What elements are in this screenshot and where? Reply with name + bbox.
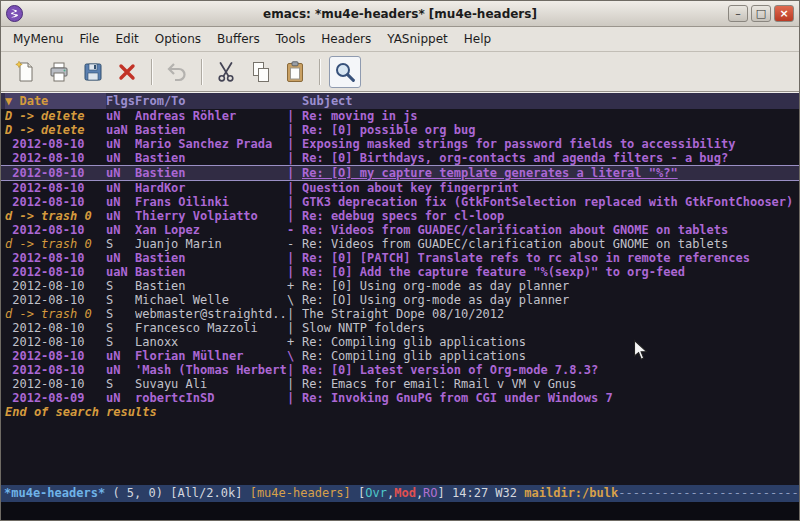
message-row[interactable]: 2012-08-09uNrobertcInSD|Re: Invoking Gnu…: [1, 391, 799, 405]
copy-icon: [249, 60, 273, 84]
row-subject: Re: [0] Using org-mode as day planner: [302, 279, 799, 293]
menu-tools[interactable]: Tools: [268, 29, 314, 49]
message-row[interactable]: 2012-08-10uNFlorian Müllner\Re: Compilin…: [1, 349, 799, 363]
toolbar-search-button[interactable]: [329, 56, 361, 88]
column-subject[interactable]: Subject: [302, 93, 799, 109]
row-date: 2012-08-10: [5, 335, 106, 349]
row-thread-marker: |: [287, 377, 302, 391]
message-row[interactable]: 2012-08-10SFrancesco Mazzoli|Slow NNTP f…: [1, 321, 799, 335]
row-from: Frans Oilinki: [135, 195, 287, 209]
row-date: D -> delete: [5, 123, 106, 137]
menu-help[interactable]: Help: [456, 29, 499, 49]
row-subject: Re: Compiling glib applications: [302, 335, 799, 349]
row-date: 2012-08-10: [5, 293, 106, 307]
message-row[interactable]: d -> trash 0SJuanjo Marin-Re: Videos fro…: [1, 237, 799, 251]
row-flags: uN: [106, 363, 135, 377]
row-thread-marker: |: [287, 109, 302, 123]
sort-column-date[interactable]: ▼ Date: [5, 93, 106, 109]
row-from: robertcInSD: [135, 391, 287, 405]
message-row[interactable]: 2012-08-10uNMario Sanchez Prada|Exposing…: [1, 137, 799, 151]
message-row[interactable]: D -> deleteuNAndreas Röhler|Re: moving i…: [1, 109, 799, 123]
row-flags: uaN: [106, 123, 135, 137]
message-row[interactable]: 2012-08-10SSuvayu Ali|Re: Emacs for emai…: [1, 377, 799, 391]
row-date: 2012-08-10: [5, 195, 106, 209]
minibuffer[interactable]: [1, 502, 799, 520]
message-list: D -> deleteuNAndreas Röhler|Re: moving i…: [1, 109, 799, 405]
toolbar-cut-button[interactable]: [211, 56, 243, 88]
row-flags: uN: [106, 349, 135, 363]
menu-mymenu[interactable]: MyMenu: [5, 29, 71, 49]
toolbar-print-button[interactable]: [43, 56, 75, 88]
cut-icon: [215, 60, 239, 84]
row-thread-marker: |: [287, 137, 302, 151]
toolbar-paste-button[interactable]: [279, 56, 311, 88]
row-thread-marker: |: [287, 123, 302, 137]
search-icon: [333, 60, 357, 84]
message-row[interactable]: 2012-08-10uN'Mash (Thomas Herbert)|Re: […: [1, 363, 799, 377]
row-flags: S: [106, 237, 135, 251]
menu-yasnippet[interactable]: YASnippet: [379, 29, 456, 49]
row-date: 2012-08-10: [5, 181, 106, 195]
message-row[interactable]: 2012-08-10uNHardKor|Question about key f…: [1, 181, 799, 195]
modeline-plain: 14:27 W32: [445, 485, 524, 502]
modeline-ro: RO: [423, 485, 437, 502]
menu-headers[interactable]: Headers: [313, 29, 379, 49]
save-icon: [81, 60, 105, 84]
message-row[interactable]: 2012-08-10SMichael Welle\Re: [O] Using o…: [1, 293, 799, 307]
menu-options[interactable]: Options: [147, 29, 209, 49]
row-date: 2012-08-10: [5, 137, 106, 151]
modeline-ovr: Ovr: [365, 485, 387, 502]
modeline-buffer-name: *mu4e-headers*: [4, 485, 105, 502]
row-from: Thierry Volpiatto: [135, 209, 287, 223]
message-row[interactable]: 2012-08-10uNBastien|Re: [0] Birthdays, o…: [1, 151, 799, 165]
row-from: Bastien: [135, 151, 287, 165]
row-from: Juanjo Marin: [135, 237, 287, 251]
row-subject: Re: [0] Birthdays, org-contacts and agen…: [302, 151, 799, 165]
row-thread-marker: |: [287, 321, 302, 335]
message-row[interactable]: 2012-08-10SBastien+Re: [0] Using org-mod…: [1, 279, 799, 293]
titlebar[interactable]: emacs: *mu4e-headers* [mu4e-headers] –□×: [1, 1, 799, 27]
minimize-button[interactable]: –: [728, 5, 748, 22]
row-thread-marker: |: [287, 209, 302, 223]
buffer[interactable]: ▼ Date Flgs From/To Subject D -> deleteu…: [1, 92, 799, 485]
row-date: D -> delete: [5, 109, 106, 123]
row-from: webmaster@straightd...: [135, 307, 287, 321]
message-row[interactable]: 2012-08-10uaNBastien|Re: [0] Add the cap…: [1, 265, 799, 279]
close-button[interactable]: ×: [774, 5, 794, 22]
toolbar-new-file-button[interactable]: [9, 56, 41, 88]
new-file-icon: [13, 60, 37, 84]
row-date: 2012-08-10: [5, 166, 106, 180]
row-from: Bastien: [135, 166, 287, 180]
paste-icon: [283, 60, 307, 84]
message-row[interactable]: 2012-08-10uNBastien|Re: [0] [PATCH] Tran…: [1, 251, 799, 265]
message-row[interactable]: 2012-08-10uNBastien|Re: [O] my capture t…: [1, 165, 799, 181]
toolbar-close-button[interactable]: [111, 56, 143, 88]
row-from: Bastien: [135, 251, 287, 265]
end-of-search-results: End of search results: [1, 405, 799, 419]
menu-edit[interactable]: Edit: [108, 29, 147, 49]
menu-file[interactable]: File: [71, 29, 107, 49]
message-row[interactable]: d -> trash 0uNThierry Volpiatto|Re: edeb…: [1, 209, 799, 223]
row-date: 2012-08-10: [5, 321, 106, 335]
message-row[interactable]: 2012-08-10uNFrans Oilinki|GTK3 deprecati…: [1, 195, 799, 209]
message-row[interactable]: 2012-08-10uNXan Lopez-Re: Videos from GU…: [1, 223, 799, 237]
message-row[interactable]: d -> trash 0Swebmaster@straightd...|The …: [1, 307, 799, 321]
toolbar-undo-button[interactable]: [161, 56, 193, 88]
row-flags: uN: [106, 195, 135, 209]
row-subject: Re: Videos from GUADEC/clarification abo…: [302, 223, 799, 237]
row-subject: Re: [O] my capture template generates a …: [302, 166, 799, 180]
row-date: 2012-08-10: [5, 377, 106, 391]
row-thread-marker: |: [287, 181, 302, 195]
message-row[interactable]: D -> deleteuaNBastien|Re: [0] possible o…: [1, 123, 799, 137]
message-row[interactable]: 2012-08-10SLanoxx+Re: Compiling glib app…: [1, 335, 799, 349]
row-date: 2012-08-10: [5, 279, 106, 293]
column-flags[interactable]: Flgs: [106, 93, 135, 109]
maximize-button[interactable]: □: [751, 5, 771, 22]
row-date: 2012-08-10: [5, 151, 106, 165]
menu-buffers[interactable]: Buffers: [209, 29, 268, 49]
column-from[interactable]: From/To: [135, 93, 302, 109]
row-flags: uN: [106, 223, 135, 237]
toolbar-save-button[interactable]: [77, 56, 109, 88]
toolbar-separator: [319, 59, 321, 85]
toolbar-copy-button[interactable]: [245, 56, 277, 88]
